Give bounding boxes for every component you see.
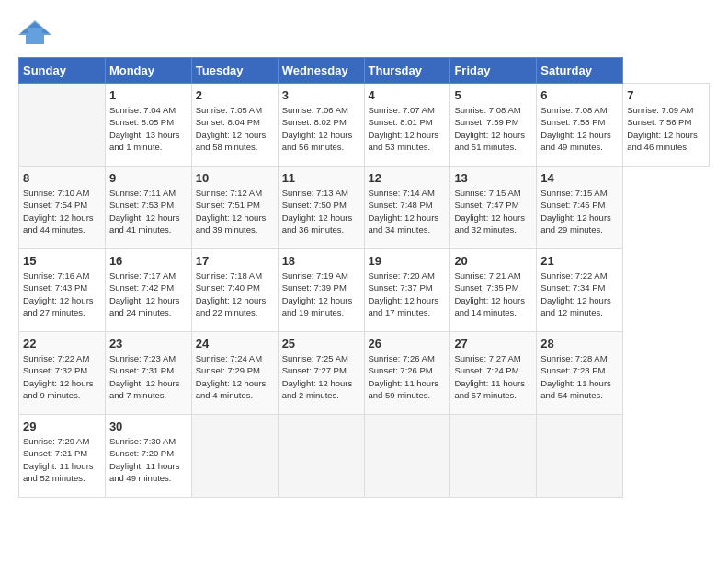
calendar-table: SundayMondayTuesdayWednesdayThursdayFrid… xyxy=(18,57,710,498)
calendar-cell: 17Sunrise: 7:18 AMSunset: 7:40 PMDayligh… xyxy=(191,249,278,332)
calendar-week-4: 22Sunrise: 7:22 AMSunset: 7:32 PMDayligh… xyxy=(19,332,710,415)
page-header xyxy=(18,18,710,48)
day-number: 15 xyxy=(23,254,101,268)
day-info: Sunrise: 7:27 AMSunset: 7:24 PMDaylight:… xyxy=(454,352,532,401)
calendar-cell: 24Sunrise: 7:24 AMSunset: 7:29 PMDayligh… xyxy=(191,332,278,415)
calendar-cell: 20Sunrise: 7:21 AMSunset: 7:35 PMDayligh… xyxy=(450,249,537,332)
weekday-header-wednesday: Wednesday xyxy=(278,58,364,84)
calendar-week-3: 15Sunrise: 7:16 AMSunset: 7:43 PMDayligh… xyxy=(19,249,710,332)
day-number: 14 xyxy=(540,171,619,185)
calendar-week-1: 1Sunrise: 7:04 AMSunset: 8:05 PMDaylight… xyxy=(19,84,710,167)
day-number: 7 xyxy=(627,88,705,102)
day-info: Sunrise: 7:04 AMSunset: 8:05 PMDaylight:… xyxy=(109,104,188,153)
calendar-cell xyxy=(364,415,450,498)
day-info: Sunrise: 7:15 AMSunset: 7:47 PMDaylight:… xyxy=(454,187,532,236)
day-number: 8 xyxy=(23,171,101,185)
day-info: Sunrise: 7:15 AMSunset: 7:45 PMDaylight:… xyxy=(540,187,619,236)
day-info: Sunrise: 7:14 AMSunset: 7:48 PMDaylight:… xyxy=(369,187,447,236)
day-number: 12 xyxy=(369,171,447,185)
calendar-cell: 22Sunrise: 7:22 AMSunset: 7:32 PMDayligh… xyxy=(19,332,106,415)
day-number: 21 xyxy=(540,254,619,268)
day-info: Sunrise: 7:08 AMSunset: 7:58 PMDaylight:… xyxy=(540,104,619,153)
day-info: Sunrise: 7:07 AMSunset: 8:01 PMDaylight:… xyxy=(369,104,447,153)
day-info: Sunrise: 7:11 AMSunset: 7:53 PMDaylight:… xyxy=(109,187,188,236)
day-info: Sunrise: 7:12 AMSunset: 7:51 PMDaylight:… xyxy=(196,187,274,236)
calendar-cell: 21Sunrise: 7:22 AMSunset: 7:34 PMDayligh… xyxy=(537,249,623,332)
day-number: 23 xyxy=(109,337,188,350)
calendar-cell: 8Sunrise: 7:10 AMSunset: 7:54 PMDaylight… xyxy=(19,167,106,249)
day-number: 17 xyxy=(196,254,274,268)
day-info: Sunrise: 7:25 AMSunset: 7:27 PMDaylight:… xyxy=(282,352,360,401)
day-info: Sunrise: 7:09 AMSunset: 7:56 PMDaylight:… xyxy=(627,104,705,153)
calendar-cell: 14Sunrise: 7:15 AMSunset: 7:45 PMDayligh… xyxy=(537,167,623,249)
day-number: 2 xyxy=(196,88,274,102)
day-number: 16 xyxy=(109,254,188,268)
calendar-cell: 4Sunrise: 7:07 AMSunset: 8:01 PMDaylight… xyxy=(364,84,450,167)
calendar-cell: 1Sunrise: 7:04 AMSunset: 8:05 PMDaylight… xyxy=(105,84,191,167)
day-number: 9 xyxy=(109,171,188,185)
day-info: Sunrise: 7:29 AMSunset: 7:21 PMDaylight:… xyxy=(23,435,101,484)
day-info: Sunrise: 7:08 AMSunset: 7:59 PMDaylight:… xyxy=(454,104,532,153)
day-info: Sunrise: 7:18 AMSunset: 7:40 PMDaylight:… xyxy=(196,270,274,318)
day-number: 30 xyxy=(109,419,188,433)
calendar-cell xyxy=(278,415,364,498)
day-number: 1 xyxy=(109,88,188,102)
day-info: Sunrise: 7:06 AMSunset: 8:02 PMDaylight:… xyxy=(282,104,360,153)
day-number: 26 xyxy=(369,337,447,350)
day-info: Sunrise: 7:10 AMSunset: 7:54 PMDaylight:… xyxy=(23,187,101,236)
day-number: 18 xyxy=(282,254,360,268)
weekday-header-tuesday: Tuesday xyxy=(191,58,278,84)
day-number: 27 xyxy=(454,337,532,350)
day-info: Sunrise: 7:21 AMSunset: 7:35 PMDaylight:… xyxy=(454,270,532,318)
calendar-cell: 26Sunrise: 7:26 AMSunset: 7:26 PMDayligh… xyxy=(364,332,450,415)
logo-icon xyxy=(18,18,51,48)
calendar-cell: 28Sunrise: 7:28 AMSunset: 7:23 PMDayligh… xyxy=(537,332,623,415)
weekday-header-friday: Friday xyxy=(450,58,537,84)
day-number: 25 xyxy=(282,337,360,350)
calendar-cell xyxy=(450,415,537,498)
calendar-cell: 27Sunrise: 7:27 AMSunset: 7:24 PMDayligh… xyxy=(450,332,537,415)
calendar-cell: 9Sunrise: 7:11 AMSunset: 7:53 PMDaylight… xyxy=(105,167,191,249)
calendar-cell: 3Sunrise: 7:06 AMSunset: 8:02 PMDaylight… xyxy=(278,84,364,167)
calendar-cell: 30Sunrise: 7:30 AMSunset: 7:20 PMDayligh… xyxy=(105,415,191,498)
calendar-cell: 16Sunrise: 7:17 AMSunset: 7:42 PMDayligh… xyxy=(105,249,191,332)
day-info: Sunrise: 7:22 AMSunset: 7:32 PMDaylight:… xyxy=(23,352,101,401)
day-number: 19 xyxy=(369,254,447,268)
day-number: 20 xyxy=(454,254,532,268)
day-number: 11 xyxy=(282,171,360,185)
weekday-header-thursday: Thursday xyxy=(364,58,450,84)
calendar-cell: 19Sunrise: 7:20 AMSunset: 7:37 PMDayligh… xyxy=(364,249,450,332)
calendar-cell xyxy=(191,415,278,498)
logo xyxy=(18,18,55,48)
day-info: Sunrise: 7:30 AMSunset: 7:20 PMDaylight:… xyxy=(109,435,188,484)
day-info: Sunrise: 7:13 AMSunset: 7:50 PMDaylight:… xyxy=(282,187,360,236)
day-info: Sunrise: 7:05 AMSunset: 8:04 PMDaylight:… xyxy=(196,104,274,153)
calendar-cell xyxy=(19,84,106,167)
day-number: 10 xyxy=(196,171,274,185)
day-info: Sunrise: 7:26 AMSunset: 7:26 PMDaylight:… xyxy=(369,352,447,401)
calendar-cell: 13Sunrise: 7:15 AMSunset: 7:47 PMDayligh… xyxy=(450,167,537,249)
day-info: Sunrise: 7:17 AMSunset: 7:42 PMDaylight:… xyxy=(109,270,188,318)
day-info: Sunrise: 7:16 AMSunset: 7:43 PMDaylight:… xyxy=(23,270,101,318)
day-info: Sunrise: 7:20 AMSunset: 7:37 PMDaylight:… xyxy=(369,270,447,318)
day-number: 28 xyxy=(540,337,619,350)
calendar-cell: 18Sunrise: 7:19 AMSunset: 7:39 PMDayligh… xyxy=(278,249,364,332)
day-info: Sunrise: 7:19 AMSunset: 7:39 PMDaylight:… xyxy=(282,270,360,318)
day-number: 4 xyxy=(369,88,447,102)
calendar-cell: 2Sunrise: 7:05 AMSunset: 8:04 PMDaylight… xyxy=(191,84,278,167)
calendar-week-5: 29Sunrise: 7:29 AMSunset: 7:21 PMDayligh… xyxy=(19,415,710,498)
day-info: Sunrise: 7:23 AMSunset: 7:31 PMDaylight:… xyxy=(109,352,188,401)
calendar-cell xyxy=(537,415,623,498)
calendar-cell: 5Sunrise: 7:08 AMSunset: 7:59 PMDaylight… xyxy=(450,84,537,167)
day-number: 13 xyxy=(454,171,532,185)
calendar-week-2: 8Sunrise: 7:10 AMSunset: 7:54 PMDaylight… xyxy=(19,167,710,249)
weekday-header-saturday: Saturday xyxy=(537,58,623,84)
calendar-cell: 29Sunrise: 7:29 AMSunset: 7:21 PMDayligh… xyxy=(19,415,106,498)
calendar-cell: 15Sunrise: 7:16 AMSunset: 7:43 PMDayligh… xyxy=(19,249,106,332)
day-info: Sunrise: 7:24 AMSunset: 7:29 PMDaylight:… xyxy=(196,352,274,401)
weekday-header-sunday: Sunday xyxy=(19,58,106,84)
calendar-cell: 25Sunrise: 7:25 AMSunset: 7:27 PMDayligh… xyxy=(278,332,364,415)
day-info: Sunrise: 7:22 AMSunset: 7:34 PMDaylight:… xyxy=(540,270,619,318)
calendar-cell: 10Sunrise: 7:12 AMSunset: 7:51 PMDayligh… xyxy=(191,167,278,249)
day-number: 6 xyxy=(540,88,619,102)
